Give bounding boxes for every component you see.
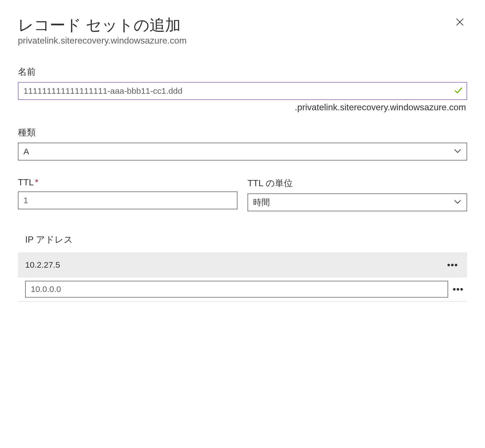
page-subtitle: privatelink.siterecovery.windowsazure.co… [18,35,187,46]
ttl-unit-label: TTL の単位 [248,177,467,190]
name-input[interactable] [18,82,467,100]
ttl-unit-value: 時間 [253,197,270,208]
more-icon: ••• [447,260,458,270]
name-suffix: .privatelink.siterecovery.windowsazure.c… [18,102,467,112]
required-indicator: * [35,177,38,187]
more-icon: ••• [453,284,464,294]
ip-address-label: IP アドレス [25,234,467,246]
ttl-label: TTL* [18,177,237,188]
close-icon [455,17,465,27]
type-select-value: A [23,147,29,156]
type-select[interactable]: A [18,143,467,160]
name-label: 名前 [18,66,467,78]
type-label: 種類 [18,126,467,139]
ttl-input[interactable] [18,191,237,209]
ip-row-more-button[interactable]: ••• [451,284,465,294]
ip-row-more-button[interactable]: ••• [445,260,460,270]
ip-input[interactable] [25,281,448,298]
ip-row: 10.2.27.5 ••• [18,253,467,277]
ttl-unit-select[interactable]: 時間 [248,193,467,211]
page-title: レコード セットの追加 [18,16,187,34]
close-button[interactable] [453,16,467,30]
ip-value: 10.2.27.5 [25,260,445,270]
ip-row-new: ••• [18,277,467,302]
